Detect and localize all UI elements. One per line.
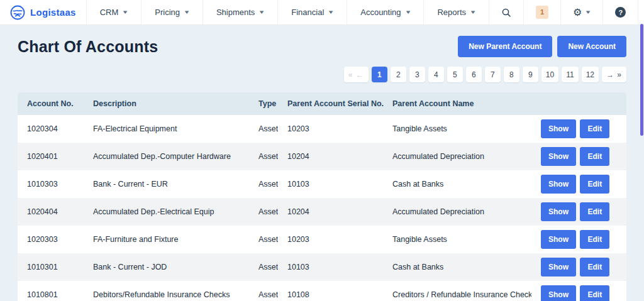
menu-reports[interactable]: Reports ▼ xyxy=(423,0,489,25)
help-button[interactable]: ? xyxy=(602,0,638,25)
table-row: 1010301 Bank - Current - JOD Asset 10103… xyxy=(18,253,626,281)
header-type: Type xyxy=(249,92,278,115)
cell-parent-serial: 10203 xyxy=(278,115,383,143)
chevron-down-icon: ▼ xyxy=(585,9,592,15)
table-row: 1020304 FA-Electrical Equipment Asset 10… xyxy=(18,115,626,143)
search-icon xyxy=(501,8,511,18)
brand-name: Logistaas xyxy=(30,7,76,18)
pagination-page-9[interactable]: 9 xyxy=(523,67,538,82)
cell-account-no: 1020303 xyxy=(18,226,84,253)
menu-shipments-label: Shipments xyxy=(216,8,255,17)
cell-parent-serial: 10203 xyxy=(278,226,383,253)
show-button[interactable]: Show xyxy=(541,258,576,276)
pagination-prev-button[interactable]: « ← xyxy=(344,67,369,82)
menu-financial[interactable]: Financial ▼ xyxy=(277,0,347,25)
chevron-down-icon: ▼ xyxy=(469,9,476,15)
cell-parent-name: Creditors / Refundable Insurance Checks xyxy=(383,281,531,301)
cell-type: Asset xyxy=(249,198,278,226)
chevron-down-icon: ▼ xyxy=(258,9,265,15)
menu-pricing[interactable]: Pricing ▼ xyxy=(141,0,203,25)
cell-account-no: 1020401 xyxy=(18,143,84,170)
edit-button[interactable]: Edit xyxy=(580,230,609,249)
table-row: 1020404 Accumulated Dep.-Electrical Equi… xyxy=(18,198,626,226)
pagination-page-10[interactable]: 10 xyxy=(541,67,558,82)
notification-badge-cell[interactable]: 1 xyxy=(523,0,560,25)
edit-button[interactable]: Edit xyxy=(580,175,609,194)
user-menu[interactable]: Mohammed Muhtaseb ▼ xyxy=(638,0,644,25)
cell-type: Asset xyxy=(249,143,278,170)
cell-description: FA-Furniture and Fixture xyxy=(84,226,249,253)
table-row: 1020303 FA-Furniture and Fixture Asset 1… xyxy=(18,226,626,253)
pagination-page-12[interactable]: 12 xyxy=(582,67,599,82)
cell-parent-serial: 10103 xyxy=(278,253,383,281)
menu-accounting[interactable]: Accounting ▼ xyxy=(347,0,423,25)
header-account-no: Account No. xyxy=(18,92,84,115)
table-header-row: Account No. Description Type Parent Acco… xyxy=(18,92,626,115)
show-button[interactable]: Show xyxy=(541,175,576,194)
header-actions: New Parent Account New Account xyxy=(458,36,626,57)
cell-type: Asset xyxy=(249,281,278,301)
accounts-table: Account No. Description Type Parent Acco… xyxy=(18,92,626,301)
search-button[interactable] xyxy=(489,0,523,25)
cell-account-no: 1010303 xyxy=(18,170,84,198)
menu-financial-label: Financial xyxy=(291,8,324,17)
cell-parent-name: Accumulated Depreciation xyxy=(383,143,531,170)
notification-badge[interactable]: 1 xyxy=(536,6,548,19)
edit-button[interactable]: Edit xyxy=(580,147,609,166)
show-button[interactable]: Show xyxy=(541,285,576,301)
cell-account-no: 1020404 xyxy=(18,198,84,226)
main-content: Chart Of Accounts New Parent Account New… xyxy=(0,36,644,301)
menu-crm[interactable]: CRM ▼ xyxy=(86,0,142,25)
cell-description: Debitors/Refundable Insurance Checks xyxy=(84,281,249,301)
edit-button[interactable]: Edit xyxy=(580,119,609,138)
new-account-button[interactable]: New Account xyxy=(557,36,626,57)
menu-reports-label: Reports xyxy=(437,8,466,17)
cell-description: Accumulated Dep.-Computer Hardware xyxy=(84,143,249,170)
cell-parent-name: Cash at Banks xyxy=(383,170,531,198)
pagination-next-button[interactable]: → » xyxy=(602,67,626,82)
cell-parent-name: Cash at Banks xyxy=(383,253,531,281)
settings-menu[interactable]: ⚙ ▼ xyxy=(560,0,602,25)
vertical-scrollbar[interactable] xyxy=(640,24,643,136)
pagination-page-11[interactable]: 11 xyxy=(562,67,578,82)
edit-button[interactable]: Edit xyxy=(580,202,609,221)
cell-type: Asset xyxy=(249,115,278,143)
header-actions xyxy=(531,92,626,115)
new-parent-account-button[interactable]: New Parent Account xyxy=(458,36,552,57)
pagination-page-2[interactable]: 2 xyxy=(391,67,406,82)
table-row: 1020401 Accumulated Dep.-Computer Hardwa… xyxy=(18,143,626,170)
pagination-page-5[interactable]: 5 xyxy=(447,67,463,82)
cell-parent-serial: 10108 xyxy=(278,281,383,301)
navbar-right: 1 ⚙ ▼ ? Mohammed Muhtaseb ▼ xyxy=(489,0,644,25)
cell-account-no: 1010801 xyxy=(18,281,84,301)
cell-description: FA-Electrical Equipment xyxy=(84,115,249,143)
pagination-page-1[interactable]: 1 xyxy=(372,67,387,82)
edit-button[interactable]: Edit xyxy=(580,258,609,276)
main-menu: CRM ▼ Pricing ▼ Shipments ▼ Financial ▼ … xyxy=(86,0,489,25)
chevron-down-icon: ▼ xyxy=(328,9,335,15)
pagination-page-6[interactable]: 6 xyxy=(466,67,482,82)
brand-logo[interactable]: Logistaas xyxy=(0,0,86,25)
show-button[interactable]: Show xyxy=(541,147,576,166)
pagination-page-8[interactable]: 8 xyxy=(504,67,519,82)
show-button[interactable]: Show xyxy=(541,230,576,249)
gear-icon: ⚙ xyxy=(573,6,582,18)
pagination: « ← 1 2 3 4 5 6 7 8 9 10 11 12 → » xyxy=(18,67,626,82)
pagination-page-3[interactable]: 3 xyxy=(409,67,425,82)
show-button[interactable]: Show xyxy=(541,202,576,221)
cell-account-no: 1010301 xyxy=(18,253,84,281)
table-row: 1010801 Debitors/Refundable Insurance Ch… xyxy=(18,281,626,301)
menu-accounting-label: Accounting xyxy=(360,8,401,17)
menu-shipments[interactable]: Shipments ▼ xyxy=(203,0,277,25)
pagination-page-4[interactable]: 4 xyxy=(428,67,444,82)
show-button[interactable]: Show xyxy=(541,119,576,138)
cell-parent-serial: 10204 xyxy=(278,198,383,226)
edit-button[interactable]: Edit xyxy=(580,285,609,301)
chevron-down-icon: ▼ xyxy=(183,9,190,15)
top-navbar: Logistaas CRM ▼ Pricing ▼ Shipments ▼ Fi… xyxy=(0,0,644,25)
pagination-page-7[interactable]: 7 xyxy=(485,67,501,82)
header-parent-name: Parent Account Name xyxy=(383,92,531,115)
header-description: Description xyxy=(84,92,249,115)
cell-description: Bank - Current - JOD xyxy=(84,253,249,281)
cell-parent-serial: 10204 xyxy=(278,143,383,170)
